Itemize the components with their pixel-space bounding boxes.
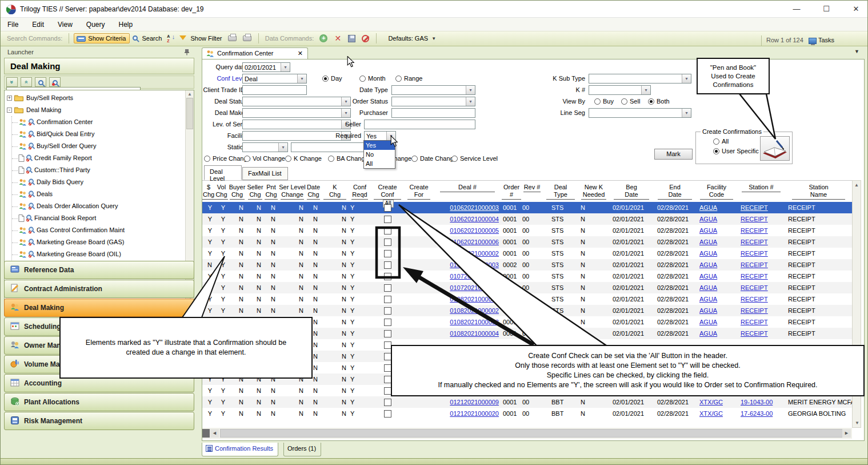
- tab-faxmail-list[interactable]: FaxMail List: [242, 167, 288, 180]
- radio-change-k-change[interactable]: K Change: [285, 155, 322, 162]
- column-header-create-for[interactable]: CreateFor: [405, 181, 433, 202]
- k-number-select[interactable]: ▾: [589, 85, 651, 95]
- save-icon[interactable]: [348, 35, 355, 42]
- radio-change-vol-change[interactable]: Vol Change: [244, 155, 285, 162]
- radio-createconf-all[interactable]: All: [713, 138, 729, 145]
- grid-link[interactable]: RECEIPT: [741, 261, 768, 268]
- grid-link[interactable]: AGUA: [699, 250, 717, 257]
- tree-item-financial-book-report[interactable]: Financial Book Report: [12, 212, 194, 224]
- create-conf-checkbox[interactable]: [370, 328, 405, 339]
- grid-link[interactable]: 01212021000009: [450, 399, 499, 406]
- tree-item-deals[interactable]: Deals: [12, 188, 194, 200]
- expander-icon[interactable]: +: [7, 96, 12, 101]
- tab-orders[interactable]: Orders (1): [283, 443, 321, 456]
- grid-link[interactable]: 01072021000003: [450, 261, 499, 268]
- scrollbar-thumb[interactable]: [220, 429, 849, 438]
- grid-link[interactable]: 01062021000004: [450, 216, 499, 222]
- column-header-vol-chg[interactable]: VolChg: [215, 181, 228, 202]
- sidebar-section-plant-allocations[interactable]: Plant Allocations: [4, 393, 194, 411]
- tab-confirmation-results[interactable]: Confirmation Results: [202, 443, 278, 456]
- print-icon[interactable]: [228, 35, 237, 41]
- tasks-button[interactable]: Tasks: [818, 37, 834, 43]
- grid-link[interactable]: AGUA: [699, 284, 717, 291]
- column-header-date-chg[interactable]: DateChg: [306, 181, 321, 202]
- create-conf-checkbox[interactable]: [370, 236, 405, 248]
- tab-deal-level[interactable]: Deal Level: [204, 165, 242, 180]
- grid-link[interactable]: AGUA: [699, 319, 717, 325]
- defaults-dropdown[interactable]: Defaults: GAS: [388, 35, 428, 42]
- grid-link[interactable]: RECEIPT: [741, 227, 768, 234]
- tree-item-confirmation-center[interactable]: Confirmation Center: [12, 116, 194, 128]
- radio-change-service-level[interactable]: Service Level: [451, 155, 498, 162]
- column-header-rev-[interactable]: Rev #: [521, 181, 543, 202]
- grid-link[interactable]: RECEIPT: [741, 284, 768, 291]
- grid-link[interactable]: 01072021000004: [450, 273, 499, 280]
- seller-input[interactable]: [364, 120, 475, 129]
- radio-viewby-sell[interactable]: Sell: [621, 98, 640, 105]
- column-header-create-conf[interactable]: CreateConfAll: [370, 181, 405, 202]
- minimize-button[interactable]: —: [788, 4, 805, 15]
- grid-link[interactable]: 19-1043-00: [741, 399, 773, 406]
- column-header-buyer-chg[interactable]: BuyerChg: [228, 181, 246, 202]
- tree-item-credit-family-report[interactable]: Credit Family Report: [12, 152, 194, 164]
- station-select[interactable]: ▾: [242, 142, 288, 152]
- menu-edit[interactable]: Edit: [25, 18, 51, 29]
- table-row[interactable]: YYNNNNNNY01062021000006000100STSN02/01/2…: [202, 236, 852, 248]
- grid-link[interactable]: RECEIPT: [741, 296, 768, 303]
- print-preview-icon[interactable]: [243, 35, 251, 41]
- tabstrip-overflow-icon[interactable]: ▼: [854, 49, 859, 54]
- grid-link[interactable]: AGUA: [699, 239, 717, 245]
- grid-link[interactable]: AGUA: [699, 307, 717, 314]
- table-row[interactable]: YYNNNNNNY01062021000005000100STSN02/01/2…: [202, 225, 852, 236]
- grid-link[interactable]: AGUA: [699, 216, 717, 222]
- column-header-seller-chg[interactable]: SellerChg: [246, 181, 264, 202]
- grid-link[interactable]: AGUA: [699, 296, 717, 303]
- required-option-all[interactable]: All: [364, 159, 395, 168]
- expand-all-button[interactable]: »: [6, 77, 18, 87]
- pen-and-book-button[interactable]: [760, 136, 790, 161]
- grid-link[interactable]: 01062021000005: [450, 227, 499, 234]
- column-header-ser-level-change[interactable]: Ser LevelChange: [278, 181, 306, 202]
- grid-link[interactable]: RECEIPT: [741, 216, 768, 222]
- menu-query[interactable]: Query: [79, 18, 112, 29]
- search-clear-button[interactable]: [49, 77, 61, 87]
- tree-item-deals-order-allocation-query[interactable]: Deals Order Allocation Query: [12, 200, 194, 212]
- grid-link[interactable]: AGUA: [699, 330, 717, 337]
- grid-link[interactable]: 01082021000002: [450, 307, 499, 314]
- table-row[interactable]: NYNNNNNNY01072021000003000200STSN02/01/2…: [202, 259, 852, 271]
- line-seg-select[interactable]: ▾: [589, 108, 691, 118]
- tab-close-icon[interactable]: ✕: [298, 50, 303, 57]
- radio-createconf-user-specific[interactable]: User Specific: [713, 148, 759, 154]
- search-tree-button[interactable]: [35, 77, 46, 87]
- radio-change-date-change[interactable]: Date Change: [411, 155, 457, 162]
- sort-az-icon[interactable]: AZ: [167, 34, 175, 43]
- create-conf-checkbox[interactable]: [370, 293, 405, 305]
- table-row[interactable]: YYNNNNNNY01212021000020000100BBTN02/01/2…: [202, 408, 852, 419]
- create-conf-checkbox[interactable]: [370, 408, 405, 419]
- tree-item-custom-third-party[interactable]: Custom::Third Party: [12, 164, 194, 176]
- radio-viewby-buy[interactable]: Buy: [594, 98, 614, 105]
- deal-maker-select[interactable]: ▾: [242, 108, 351, 118]
- create-conf-checkbox[interactable]: [370, 259, 405, 271]
- grid-link[interactable]: 01212021000020: [450, 410, 499, 417]
- grid-link[interactable]: 01062021000006: [450, 239, 499, 245]
- create-conf-checkbox[interactable]: [370, 282, 405, 293]
- tree-folder[interactable]: + Buy/Sell Reports: [5, 92, 194, 104]
- column-header-conf-reqd[interactable]: ConfReqd: [349, 181, 370, 202]
- expander-icon[interactable]: -: [7, 108, 12, 113]
- add-icon[interactable]: +: [319, 34, 327, 42]
- radio-change-ba-change[interactable]: BA Change: [328, 155, 369, 162]
- grid-link[interactable]: 01082021000003: [450, 319, 499, 325]
- collapse-all-button[interactable]: »: [21, 77, 32, 87]
- grid-link[interactable]: 01062021000003: [450, 204, 499, 211]
- column-header-pnt-chg[interactable]: PntChg: [264, 181, 278, 202]
- conf-level-select[interactable]: Deal▾: [242, 74, 307, 84]
- radio-period-day[interactable]: Day: [322, 75, 342, 82]
- create-conf-checkbox[interactable]: [370, 225, 405, 236]
- grid-link[interactable]: AGUA: [699, 204, 717, 211]
- sidebar-section-risk-management[interactable]: Risk Management: [4, 412, 194, 430]
- grid-link[interactable]: RECEIPT: [741, 204, 768, 211]
- mark-button[interactable]: Mark: [654, 149, 693, 160]
- tree-item-buy-sell-order-query[interactable]: Buy/Sell Order Query: [12, 140, 194, 152]
- required-dropdown-list[interactable]: YesNoAll: [363, 140, 395, 169]
